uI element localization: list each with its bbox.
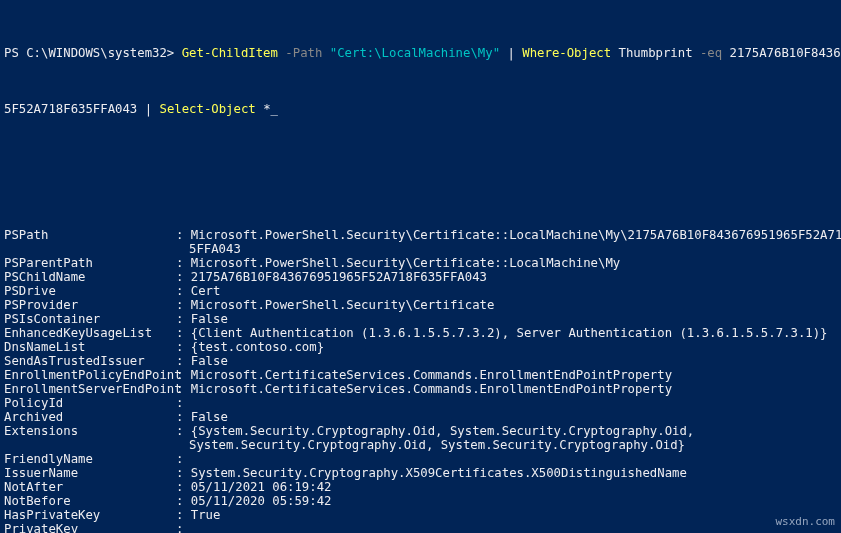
row-label: SendAsTrustedIssuer — [4, 354, 176, 368]
row-label: NotBefore — [4, 494, 176, 508]
row-value: False — [191, 312, 228, 326]
row-colon: : — [176, 368, 191, 382]
row-value: False — [191, 410, 228, 424]
row-value: Microsoft.CertificateServices.Commands.E… — [191, 382, 672, 396]
row-colon: : — [176, 522, 191, 533]
row-label: PolicyId — [4, 396, 176, 410]
row-colon: : — [176, 354, 191, 368]
row-value: System.Security.Cryptography.X509Certifi… — [191, 466, 687, 480]
output-row-notbefore: NotBefore: 05/11/2020 05:59:42 — [4, 494, 837, 508]
command-line-1: PS C:\WINDOWS\system32> Get-ChildItem -P… — [4, 46, 837, 60]
powershell-console[interactable]: PS C:\WINDOWS\system32> Get-ChildItem -P… — [0, 0, 841, 533]
row-colon: : — [176, 494, 191, 508]
row-colon: : — [176, 382, 191, 396]
row-colon: : — [176, 480, 191, 494]
row-value: 05/11/2020 05:59:42 — [191, 494, 332, 508]
row-label: FriendlyName — [4, 452, 176, 466]
row-colon: : — [176, 396, 191, 410]
row-value: 05/11/2021 06:19:42 — [191, 480, 332, 494]
row-value: Microsoft.PowerShell.Security\Certificat… — [191, 298, 495, 312]
row-colon: : — [176, 508, 191, 522]
row-value: Microsoft.PowerShell.Security\Certificat… — [191, 228, 841, 242]
blank-line-2 — [4, 186, 837, 200]
cmdlet-get-childitem: Get-ChildItem — [182, 46, 278, 60]
row-colon: : — [176, 326, 191, 340]
row-colon: : — [176, 466, 191, 480]
output-row-psprovider: PSProvider: Microsoft.PowerShell.Securit… — [4, 298, 837, 312]
row-value-cont: 5FFA043 — [189, 242, 241, 256]
output-row-pspath-cont: 5FFA043 — [4, 242, 837, 256]
row-value: Cert — [191, 284, 221, 298]
row-label: PSProvider — [4, 298, 176, 312]
row-label: PSParentPath — [4, 256, 176, 270]
cmdlet-select-object: Select-Object — [159, 102, 255, 116]
row-label: Extensions — [4, 424, 176, 438]
output-row-psparentpath: PSParentPath: Microsoft.PowerShell.Secur… — [4, 256, 837, 270]
output-row-notafter: NotAfter: 05/11/2021 06:19:42 — [4, 480, 837, 494]
output-row-issuername: IssuerName: System.Security.Cryptography… — [4, 466, 837, 480]
row-colon: : — [176, 452, 191, 466]
row-value: {System.Security.Cryptography.Oid, Syste… — [191, 424, 694, 438]
prop-thumbprint: Thumbprint — [611, 46, 700, 60]
row-value: {Client Authentication (1.3.6.1.5.5.7.3.… — [191, 326, 828, 340]
output-row-psiscontainer: PSIsContainer: False — [4, 312, 837, 326]
row-value-cont: System.Security.Cryptography.Oid, System… — [189, 438, 685, 452]
row-label: PSChildName — [4, 270, 176, 284]
output-row-psdrive: PSDrive: Cert — [4, 284, 837, 298]
row-label: DnsNameList — [4, 340, 176, 354]
output-block: PSPath: Microsoft.PowerShell.Security\Ce… — [4, 228, 837, 533]
value-part2: 5F52A718F635FFA043 — [4, 102, 145, 116]
row-colon: : — [176, 424, 191, 438]
prompt: PS C:\WINDOWS\system32> — [4, 46, 182, 60]
output-row-dnsnamelist: DnsNameList: {test.contoso.com} — [4, 340, 837, 354]
row-label: HasPrivateKey — [4, 508, 176, 522]
row-label: EnrollmentServerEndPoint — [4, 382, 176, 396]
cursor: _ — [271, 102, 278, 116]
watermark: wsxdn.com — [775, 515, 835, 529]
row-label: PSPath — [4, 228, 176, 242]
row-colon: : — [176, 340, 191, 354]
row-label: EnhancedKeyUsageList — [4, 326, 176, 340]
output-row-privatekey: PrivateKey: — [4, 522, 837, 533]
row-colon: : — [176, 270, 191, 284]
output-row-extensions: Extensions: {System.Security.Cryptograph… — [4, 424, 837, 438]
output-row-enrollmentserverendpoint: EnrollmentServerEndPoint: Microsoft.Cert… — [4, 382, 837, 396]
row-label: EnrollmentPolicyEndPoint — [4, 368, 176, 382]
param-path: -Path — [278, 46, 330, 60]
pipe-1: | — [500, 46, 522, 60]
row-colon: : — [176, 312, 191, 326]
row-colon: : — [176, 284, 191, 298]
output-row-archived: Archived: False — [4, 410, 837, 424]
output-row-pspath: PSPath: Microsoft.PowerShell.Security\Ce… — [4, 228, 837, 242]
blank-line-1 — [4, 144, 837, 158]
row-value: Microsoft.CertificateServices.Commands.E… — [191, 368, 672, 382]
command-line-2: 5F52A718F635FFA043 | Select-Object *_ — [4, 102, 837, 116]
output-row-enhancedkeyusagelist: EnhancedKeyUsageList: {Client Authentica… — [4, 326, 837, 340]
output-row-hasprivatekey: HasPrivateKey: True — [4, 508, 837, 522]
row-value: Microsoft.PowerShell.Security\Certificat… — [191, 256, 620, 270]
row-label: PSIsContainer — [4, 312, 176, 326]
wildcard-all: * — [256, 102, 271, 116]
row-value: {test.contoso.com} — [191, 340, 324, 354]
output-row-extensions-cont: System.Security.Cryptography.Oid, System… — [4, 438, 837, 452]
row-value: 2175A76B10F843676951965F52A718F635FFA043 — [191, 270, 487, 284]
row-label: Archived — [4, 410, 176, 424]
row-label: IssuerName — [4, 466, 176, 480]
row-value: True — [191, 508, 221, 522]
output-row-policyid: PolicyId: — [4, 396, 837, 410]
row-colon: : — [176, 298, 191, 312]
output-row-pschildname: PSChildName: 2175A76B10F843676951965F52A… — [4, 270, 837, 284]
row-colon: : — [176, 256, 191, 270]
row-label: NotAfter — [4, 480, 176, 494]
output-row-sendastrustedissuer: SendAsTrustedIssuer: False — [4, 354, 837, 368]
string-path: "Cert:\LocalMachine\My" — [330, 46, 500, 60]
row-label: PrivateKey — [4, 522, 176, 533]
row-colon: : — [176, 228, 191, 242]
row-label: PSDrive — [4, 284, 176, 298]
pipe-2: | — [145, 102, 160, 116]
cmdlet-where-object: Where-Object — [522, 46, 611, 60]
op-eq: -eq — [700, 46, 722, 60]
value-part1: 2175A76B10F84367695196 — [722, 46, 841, 60]
output-row-friendlyname: FriendlyName: — [4, 452, 837, 466]
row-colon: : — [176, 410, 191, 424]
